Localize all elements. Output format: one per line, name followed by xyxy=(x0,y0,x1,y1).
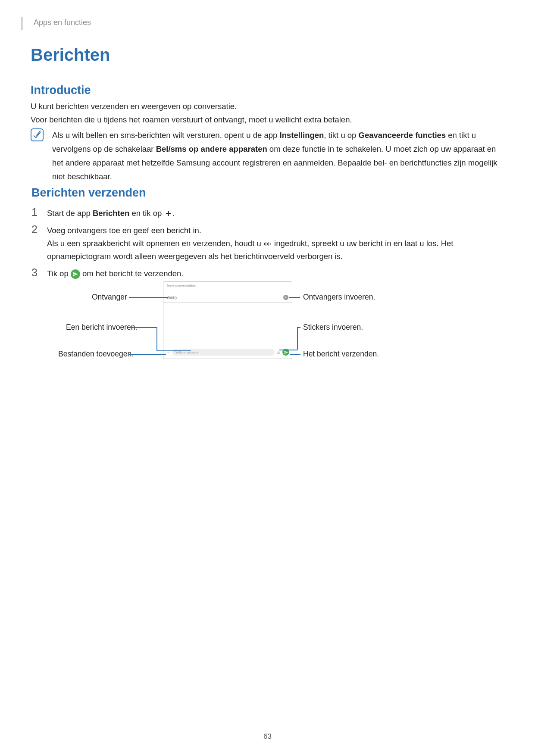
mock-header: New conversation xyxy=(163,282,292,292)
section-heading-intro: Introductie xyxy=(31,84,91,97)
s1-pre: Start de app xyxy=(47,209,93,218)
breadcrumb: Apps en functies xyxy=(34,18,91,27)
s1-bold: Berichten xyxy=(93,209,129,218)
mock-add-recipient-icon: + xyxy=(283,295,288,300)
s1-post: . xyxy=(172,209,175,218)
note-mid1: , tikt u op xyxy=(324,131,358,140)
step-number: 3 xyxy=(31,266,40,278)
steps-list: 1 Start de app Berichten en tik op +. 2 … xyxy=(31,206,506,284)
diagram: New conversation Jenny + → Write a messa… xyxy=(31,281,506,368)
callout-input: Een bericht invoeren. xyxy=(66,323,137,332)
callout-add-recipients: Ontvangers invoeren. xyxy=(303,293,375,302)
callout-line xyxy=(156,327,157,350)
note-text: Als u wilt bellen en sms-berichten wilt … xyxy=(52,128,505,184)
s3-a: Tik op xyxy=(47,269,71,278)
callout-stickers: Stickers invoeren. xyxy=(303,323,363,332)
note-b3: Bel/sms op andere apparaten xyxy=(156,144,267,153)
mock-screenshot: New conversation Jenny + → Write a messa… xyxy=(163,281,292,359)
callout-line xyxy=(290,354,300,355)
page-title: Berichten xyxy=(31,45,110,65)
mock-input-pill: Write a message xyxy=(172,349,275,356)
step-number: 2 xyxy=(31,223,40,235)
step-3: 3 Tik op om het bericht te verzenden. xyxy=(31,266,506,280)
s2-a: Als u een spraakbericht wilt opnemen en … xyxy=(47,239,263,248)
callout-line xyxy=(129,327,157,328)
intro-p1: U kunt berichten verzenden en weergeven … xyxy=(31,102,237,111)
voice-wave-icon xyxy=(263,240,272,248)
callout-line xyxy=(129,354,166,355)
intro-p2: Voor berichten die u tijdens het roamen … xyxy=(31,115,352,125)
note-pre: Als u wilt bellen en sms-berichten wilt … xyxy=(52,131,280,140)
callout-line xyxy=(297,327,298,350)
mock-body xyxy=(163,303,292,346)
mock-recipient-name: Jenny xyxy=(167,295,177,300)
s2-line1: Voeg ontvangers toe en geef een bericht … xyxy=(47,224,506,237)
note-b1: Instellingen xyxy=(280,131,324,140)
header-divider xyxy=(22,17,22,30)
callout-line xyxy=(279,350,297,350)
step-1: 1 Start de app Berichten en tik op +. xyxy=(31,206,506,220)
page-number: 63 xyxy=(0,732,535,741)
callout-line xyxy=(289,297,300,298)
step-2: 2 Voeg ontvangers toe en geef een berich… xyxy=(31,223,506,263)
mock-input-placeholder: Write a message xyxy=(175,351,198,354)
s1-mid: en tik op xyxy=(129,209,164,218)
step-1-body: Start de app Berichten en tik op +. xyxy=(47,206,175,220)
s2-line2: Als u een spraakbericht wilt opnemen en … xyxy=(47,237,506,263)
step-2-body: Voeg ontvangers toe en geef een bericht … xyxy=(47,223,506,263)
callout-send: Het bericht verzenden. xyxy=(303,350,379,359)
note-b2: Geavanceerde functies xyxy=(359,131,446,140)
mock-sticker-icon: ☺ xyxy=(276,350,281,355)
step-number: 1 xyxy=(31,206,40,218)
plus-icon: + xyxy=(164,209,172,218)
callout-line xyxy=(156,350,191,351)
callout-recipient: Ontvanger xyxy=(92,293,127,302)
note-icon xyxy=(31,128,44,141)
mock-input-row: → Write a message ☺ xyxy=(166,347,289,357)
callout-line xyxy=(129,297,168,298)
mock-recipient-row: Jenny + xyxy=(163,292,292,303)
note-block: Als u wilt bellen en sms-berichten wilt … xyxy=(31,128,505,184)
section-heading-send: Berichten verzenden xyxy=(31,186,146,200)
callout-line xyxy=(297,327,300,328)
callout-attach: Bestanden toevoegen. xyxy=(58,350,134,359)
send-icon xyxy=(71,269,80,279)
s3-b: om het bericht te verzenden. xyxy=(80,269,184,278)
step-3-body: Tik op om het bericht te verzenden. xyxy=(47,266,183,280)
